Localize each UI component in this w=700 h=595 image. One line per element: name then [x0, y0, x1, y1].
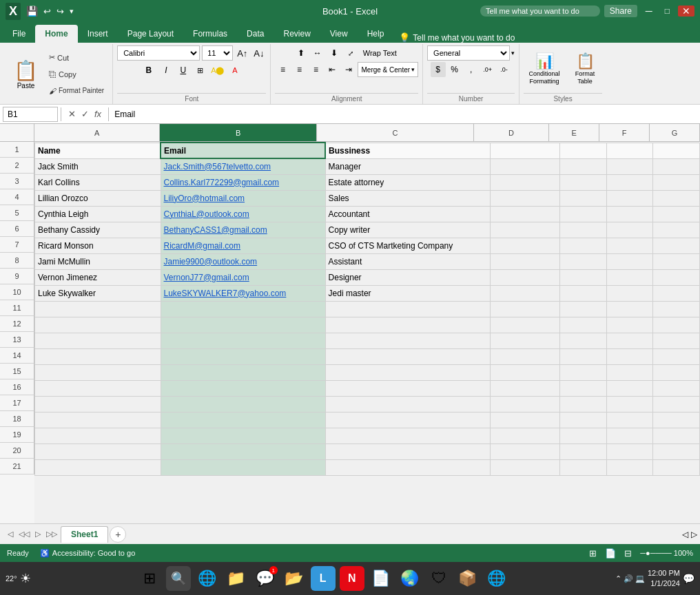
cell-12-1[interactable] — [35, 317, 161, 333]
cell-17-6[interactable] — [606, 396, 653, 412]
cell-16-2[interactable] — [161, 380, 325, 396]
cell-15-3[interactable] — [325, 364, 491, 380]
cell-11-3[interactable] — [325, 301, 491, 317]
cell-15-6[interactable] — [606, 364, 653, 380]
cell-12-6[interactable] — [606, 317, 653, 333]
edge-icon-taskbar[interactable]: 🌐 — [195, 566, 220, 591]
cell-21-4[interactable] — [491, 459, 560, 475]
cell-8-5[interactable] — [559, 253, 606, 269]
cell-8-6[interactable] — [606, 253, 653, 269]
minimize-btn[interactable]: ─ — [641, 6, 657, 17]
cell-20-5[interactable] — [559, 443, 606, 459]
cell-11-4[interactable] — [491, 301, 560, 317]
number-format-select[interactable]: General — [427, 45, 510, 61]
cell-5-7[interactable] — [653, 206, 700, 222]
cell-4-4[interactable] — [491, 190, 560, 206]
cell-2-4[interactable] — [491, 158, 560, 174]
cell-19-4[interactable] — [491, 428, 560, 443]
row-header-11[interactable]: 11 — [0, 300, 34, 316]
align-center-button[interactable]: ≡ — [291, 62, 307, 77]
cell-19-5[interactable] — [559, 428, 606, 443]
cell-10-4[interactable] — [491, 285, 560, 301]
search-box[interactable]: Tell me what you want to do — [480, 6, 600, 17]
cell-4-3[interactable]: Sales — [325, 190, 491, 206]
doc-taskbar[interactable]: 📄 — [369, 566, 393, 591]
sheet-tab-sheet1[interactable]: Sheet1 — [61, 526, 108, 543]
globe-taskbar[interactable]: 🌏 — [398, 566, 422, 591]
shield-taskbar[interactable]: 🛡 — [426, 566, 451, 591]
cell-7-2[interactable]: RicardM@gmail.com — [161, 238, 325, 253]
tab-home[interactable]: Home — [35, 25, 77, 43]
edge-browser-taskbar[interactable]: 🌐 — [484, 566, 509, 591]
fill-color-button[interactable]: A⬤ — [210, 63, 225, 78]
increase-indent-button[interactable]: ⇥ — [341, 62, 356, 77]
cell-21-1[interactable] — [35, 459, 161, 475]
decrease-decimal-button[interactable]: .0- — [497, 62, 512, 77]
cell-8-1[interactable]: Jami McMullin — [35, 253, 161, 269]
cell-17-1[interactable] — [35, 396, 161, 412]
cell-11-7[interactable] — [653, 301, 700, 317]
cell-13-1[interactable] — [35, 333, 161, 348]
confirm-formula-icon[interactable]: ✓ — [81, 109, 89, 119]
cell-16-7[interactable] — [653, 380, 700, 396]
quick-redo[interactable]: ↪ — [56, 6, 64, 17]
cell-18-2[interactable] — [161, 412, 325, 428]
next-sheet-btn2[interactable]: ▷▷ — [44, 530, 59, 539]
tab-formulas[interactable]: Formulas — [183, 25, 237, 43]
cell-16-1[interactable] — [35, 380, 161, 396]
cell-18-3[interactable] — [325, 412, 491, 428]
cell-12-3[interactable] — [325, 317, 491, 333]
cell-17-2[interactable] — [161, 396, 325, 412]
decrease-indent-button[interactable]: ⇤ — [325, 62, 340, 77]
cell-1-3[interactable]: Bussiness — [325, 143, 491, 158]
row-header-2[interactable]: 2 — [0, 158, 34, 174]
netflix-taskbar[interactable]: N — [340, 566, 364, 591]
cell-3-6[interactable] — [606, 174, 653, 190]
cell-5-3[interactable]: Accountant — [325, 206, 491, 222]
cell-21-2[interactable] — [161, 459, 325, 475]
row-header-7[interactable]: 7 — [0, 237, 34, 253]
cell-6-3[interactable]: Copy writer — [325, 222, 491, 238]
cell-15-7[interactable] — [653, 364, 700, 380]
merge-center-button[interactable]: Merge & Center ▾ — [358, 62, 418, 77]
cell-7-7[interactable] — [653, 238, 700, 253]
scroll-right-btn[interactable]: ▷ — [691, 530, 697, 539]
add-sheet-button[interactable]: + — [110, 526, 126, 543]
cell-17-5[interactable] — [559, 396, 606, 412]
cell-3-4[interactable] — [491, 174, 560, 190]
cell-3-7[interactable] — [653, 174, 700, 190]
cell-9-7[interactable] — [653, 269, 700, 285]
package-taskbar[interactable]: 📦 — [455, 566, 480, 591]
cell-21-5[interactable] — [559, 459, 606, 475]
cell-10-6[interactable] — [606, 285, 653, 301]
prev-sheet-btn2[interactable]: ◁◁ — [17, 530, 32, 539]
cell-11-1[interactable] — [35, 301, 161, 317]
cell-16-3[interactable] — [325, 380, 491, 396]
cell-20-1[interactable] — [35, 443, 161, 459]
row-header-12[interactable]: 12 — [0, 316, 34, 332]
close-btn[interactable]: ✕ — [678, 6, 694, 17]
cell-reference-input[interactable] — [3, 107, 58, 122]
row-header-5[interactable]: 5 — [0, 205, 34, 221]
insert-function-icon[interactable]: fx — [94, 109, 101, 119]
cell-13-5[interactable] — [559, 333, 606, 348]
cell-12-7[interactable] — [653, 317, 700, 333]
tell-me-what[interactable]: Tell me what you want to do — [413, 33, 515, 43]
row-header-16[interactable]: 16 — [0, 379, 34, 395]
cell-13-4[interactable] — [491, 333, 560, 348]
cell-6-1[interactable]: Bethany Cassidy — [35, 222, 161, 238]
bold-button[interactable]: B — [141, 63, 156, 78]
tab-data[interactable]: Data — [237, 25, 274, 43]
cell-18-1[interactable] — [35, 412, 161, 428]
cell-6-4[interactable] — [491, 222, 560, 238]
cell-15-4[interactable] — [491, 364, 560, 380]
row-header-20[interactable]: 20 — [0, 443, 34, 459]
align-right-button[interactable]: ≡ — [308, 62, 323, 77]
wrap-text-button[interactable]: Wrap Text — [360, 45, 400, 61]
align-left-button[interactable]: ≡ — [275, 62, 290, 77]
cell-15-1[interactable] — [35, 364, 161, 380]
cell-1-6[interactable] — [606, 143, 653, 158]
tab-insert[interactable]: Insert — [78, 25, 118, 43]
cell-2-5[interactable] — [559, 158, 606, 174]
tab-view[interactable]: View — [320, 25, 358, 43]
